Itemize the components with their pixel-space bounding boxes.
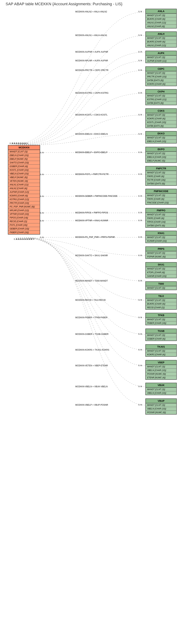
entity-table-anla: ANLAMANDT [CLNT (3)]BUKRS [CHAR (4)]ANLN… [145,9,177,28]
entity-header: CEPC [146,67,176,71]
page-title: SAP ABAP table MCEKKN {Account Assignmen… [6,2,122,6]
main-field: VETEN [NUMC (4)] [8,179,40,183]
cardinality-entity: 0..N [138,280,142,282]
entity-table-ekpo: EKPOMANDT [CLNT (3)]EBELN [CHAR (10)]EBE… [145,147,177,163]
entity-field: MANDT [CLNT (3)] [146,213,176,216]
main-field: FIPOS [CHAR (14)] [8,216,40,220]
entity-header: SKA1 [146,262,176,267]
main-table-header: MCEKKN [8,146,40,150]
entity-table-ckph: CKPHMANDT [CLNT (3)]KSTRG [CHAR (12)]DAT… [145,89,177,105]
main-field: KSTRG [CHAR (12)] [8,198,40,201]
main-field: VPTNR [CHAR (10)] [8,212,40,216]
entity-field: ANLN2 [CHAR (4)] [146,25,176,28]
relation-label: MCEKKN-MANDT = T000-MANDT [75,280,108,282]
relation-label: MCEKKN-VETEN = VBEP-ETENR [75,364,108,367]
entity-field: BUKRS [CHAR (4)] [146,17,176,21]
relation-label: MCEKKN-KOKRS = TKA01-KOKRS [75,349,109,351]
relation-label: MCEKKN-EBELN = EKKO-EBELN [75,133,108,135]
cardinality-entity: 0..N [138,333,142,335]
entity-table-aufk: AUFKMANDT [CLNT (3)]AUFNR [CHAR (12)] [145,51,177,63]
entity-field: PRCTR [CHAR (10)] [146,75,176,79]
main-field: FISTL [CHAR (16)] [8,223,40,227]
entity-header: TKA01 [146,345,176,349]
cardinality-entity: 0..N [138,133,142,135]
entity-field: MANDT [CLNT (3)] [146,113,176,117]
entity-header: EKPO [146,147,176,152]
cardinality-main: 0..N [40,220,44,222]
relation-label: MCEKKN-VPTNR = KNA1-KUNNR [75,219,108,222]
cardinality-entity: 0..N [138,212,142,214]
entity-field: DATBIS [DATS (8)] [146,224,176,227]
entity-field: MANDT [CLNT (3)] [146,251,176,255]
entity-header: VBUP [146,399,176,403]
cardinality-main: 0..N [24,142,28,144]
entity-field: MANDT [CLNT (3)] [146,318,176,322]
entity-field: MANDT [CLNT (3)] [146,388,176,391]
entity-field: MANDT [CLNT (3)] [146,71,176,75]
entity-field: POSNR [NUMC (6)] [146,411,176,414]
entity-table-ekko: EKKOMANDT [CLNT (3)]EBELN [CHAR (10)] [145,131,177,144]
entity-field: FIKRS [CHAR (4)] [146,197,176,201]
entity-field: RECID [CHAR (2)] [146,306,176,309]
entity-table-t8jj: T8JJMANDT [CLNT (3)]BUKRS [CHAR (4)]RECI… [145,294,177,310]
entity-header: ANLA [146,9,176,14]
entity-field: KOSTL [CHAR (10)] [146,120,176,124]
entity-field: DATBI [DATS (8)] [146,101,176,105]
entity-field: POSNR [NUMC (6)] [146,372,176,376]
relation-label: MCEKKN-PS_PSP_PNR = PRPS-PSPNR [75,236,115,238]
entity-field: FIKRS [CHAR (4)] [146,174,176,178]
entity-header: T000 [146,282,176,286]
entity-header: CKPH [146,90,176,94]
entity-field: SAKNR [CHAR (10)] [146,274,176,278]
entity-field: VBELN [CHAR (10)] [146,368,176,372]
entity-table-vbep: VBEPMANDT [CLNT (3)]VBELN [CHAR (10)]POS… [145,360,177,380]
main-field: PS_PSP_PNR [NUMC (8)] [8,205,40,209]
entity-header: AUFK [146,51,176,56]
cardinality-entity: 0..N [138,151,142,153]
entity-header: FMFCTR [146,166,176,171]
main-field: GSBER [CHAR (4)] [8,165,40,168]
entity-table-csks: CSKSMANDT [CLNT (3)]KOKRS [CHAR (4)]KOST… [145,108,177,128]
relation-label: MCEKKN-SAKTO = SKA1-SAKNR [75,254,108,257]
cardinality-entity: 0..N [138,34,142,36]
entity-table-fmfincode: FMFINCODEMANDT [CLNT (3)]FIKRS [CHAR (4)… [145,189,177,205]
entity-field: MANDT [CLNT (3)] [146,94,176,98]
entity-field: MANDT [CLNT (3)] [146,349,176,353]
cardinality-entity: 0..N [138,364,142,366]
entity-field: MANDT [CLNT (3)] [146,136,176,140]
entity-field: DATBI [DATS (8)] [146,124,176,128]
entity-header: FMFPO [146,208,176,213]
entity-field: KSTRG [CHAR (12)] [146,98,176,101]
entity-header: TFKB [146,313,176,318]
entity-table-vbuk: VBUKMANDT [CLNT (3)]VBELN [CHAR (10)] [145,383,177,395]
main-field: VBELN [CHAR (10)] [8,172,40,176]
entity-header: EKKO [146,132,176,136]
main-field: MANDT [CLNT (3)] [8,150,40,154]
main-field: ANLN1 [CHAR (12)] [8,183,40,187]
entity-field: FKBER [CHAR (16)] [146,322,176,325]
entity-table-anlh: ANLHMANDT [CLNT (3)]BUKRS [CHAR (4)]ANLN… [145,32,177,48]
entity-field: DATBIS [DATS (8)] [146,182,176,186]
main-field: EBELP [NUMC (5)] [8,157,40,161]
entity-table-tka01: TKA01MANDT [CLNT (3)]KOKRS [CHAR (4)] [145,344,177,357]
entity-field: DATBI [DATS (8)] [146,79,176,82]
main-field: SAKTO [CHAR (10)] [8,161,40,165]
entity-field: ANLN1 [CHAR (12)] [146,21,176,25]
entity-field: MANDT [CLNT (3)] [146,171,176,174]
cardinality-entity: 0..N [138,349,142,351]
relation-label: MCEKKN-FIPOS = FMFPO-FIPOS [75,212,108,214]
entity-field: MANDT [CLNT (3)] [146,267,176,271]
relation-label: MCEKKN-EBELP = EKPO-EBELP [75,151,108,154]
entity-table-tgsb: TGSBMANDT [CLNT (3)]GSBER [CHAR (4)] [145,328,177,341]
cardinality-entity: 0..N [138,219,142,222]
cardinality-main: 0..N [40,152,44,154]
entity-field: AUFNR [CHAR (12)] [146,59,176,63]
entity-field: PSPNR [NUMC (8)] [146,255,176,258]
relation-label: MCEKKN-GEBER = FMFINCODE-FINCODE [75,195,117,197]
entity-field: MANDT [CLNT (3)] [146,236,176,239]
entity-field: KOKRS [CHAR (4)] [146,353,176,356]
relation-label: MCEKKN-PRCTR = CEPC-PRCTR [75,69,109,72]
entity-field: ETENR [NUMC (4)] [146,376,176,380]
cardinality-main: 0..N [40,173,44,176]
main-field: PRCTR [CHAR (10)] [8,201,40,205]
